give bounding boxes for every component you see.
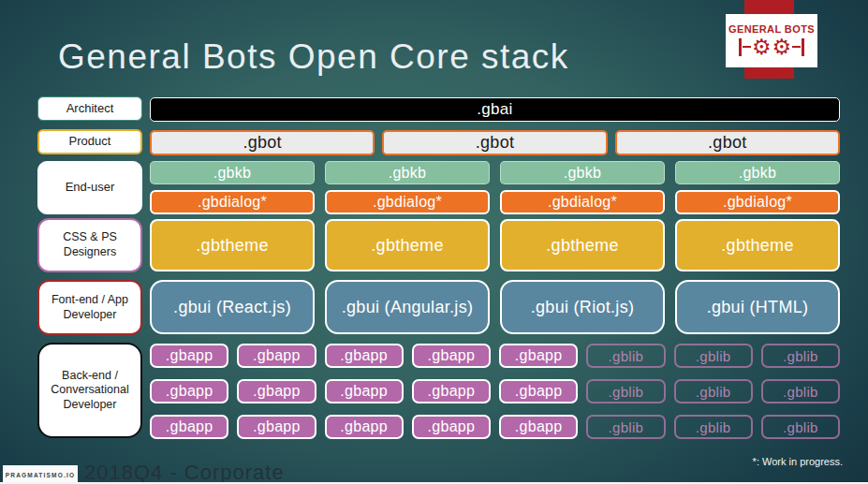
row-gbtheme: .gbtheme .gbtheme .gbtheme .gbtheme [150, 219, 840, 271]
stack-box-gblib: .gblib [761, 415, 840, 439]
stack-box-gblib: .gblib [586, 415, 665, 439]
row-label-architect: Architect [37, 96, 142, 121]
row-gbai: .gbai [150, 97, 840, 122]
stack-box-gbapp: .gbapp [237, 415, 316, 439]
logo-brand-text: GENERAL BOTS [728, 23, 815, 35]
stack-box-gbapp: .gbapp [325, 344, 404, 368]
stack-box-gbkb: .gbkb [325, 161, 490, 184]
stack-box-gbapp: .gbapp [499, 379, 578, 403]
row-gbapp-1: .gbapp .gbapp .gbapp .gbapp .gbapp .gbli… [150, 344, 840, 368]
stack-box-gbtheme: .gbtheme [500, 219, 665, 271]
stack-box-gbot: .gbot [615, 130, 840, 155]
gear-bar-right [802, 38, 804, 56]
stack-box-gbapp: .gbapp [237, 344, 316, 368]
stack-box-gblib: .gblib [761, 379, 840, 403]
row-label-end-user: End-user [37, 161, 142, 214]
row-label-css-ps-designers: CSS & PS Designers [37, 218, 142, 272]
stack-box-gbai: .gbai [150, 97, 840, 122]
row-label-product: Product [37, 129, 142, 154]
stack-box-gbapp: .gbapp [237, 379, 316, 403]
stack-box-gbtheme: .gbtheme [150, 219, 315, 271]
page-title: General Bots Open Core stack [58, 37, 569, 77]
row-gbkb: .gbkb .gbkb .gbkb .gbkb [150, 161, 840, 184]
stack-box-gblib: .gblib [674, 344, 753, 368]
stack-box-gblib: .gblib [586, 379, 665, 403]
stack-box-gbot: .gbot [150, 130, 375, 155]
gear-line-right [792, 46, 801, 49]
gear-bar-left [739, 38, 742, 56]
stack-box-gbapp: .gbapp [325, 415, 404, 439]
general-bots-logo: GENERAL BOTS ⚙ ⚙ [726, 14, 817, 67]
stack-box-gbkb: .gbkb [500, 161, 665, 184]
stack-box-gbapp: .gbapp [412, 415, 491, 439]
row-label-frontend-app-developer: Font-end / App Developer [37, 280, 142, 335]
work-in-progress-note: *: Work in progress. [753, 456, 843, 467]
stack-box-gbdialog: .gbdialog* [150, 190, 315, 214]
stack-box-gbui-riot: .gbui (Riot.js) [500, 280, 665, 334]
row-gbot: .gbot .gbot .gbot [150, 130, 840, 155]
row-gbdialog: .gbdialog* .gbdialog* .gbdialog* .gbdial… [150, 190, 840, 214]
stack-box-gblib: .gblib [674, 415, 753, 439]
gear-icon: ⚙ [752, 37, 772, 58]
stack-box-gbui-html: .gbui (HTML) [675, 280, 840, 334]
stack-box-gbapp: .gbapp [150, 415, 228, 439]
stack-box-gblib: .gblib [586, 344, 665, 368]
stack-box-gbkb: .gbkb [150, 161, 315, 184]
stack-box-gbdialog: .gbdialog* [325, 190, 490, 214]
gear-icon: ⚙ [772, 37, 792, 58]
stack-box-gbapp: .gbapp [412, 344, 491, 368]
pragmatismo-badge: PRAGMATISMO.IO [3, 465, 78, 484]
stack-box-gbapp: .gbapp [499, 415, 578, 439]
slide-background: General Bots Open Core stack GENERAL BOT… [0, 0, 868, 484]
row-gbapp-2: .gbapp .gbapp .gbapp .gbapp .gbapp .gbli… [150, 379, 840, 403]
gears-icon: ⚙ ⚙ [739, 36, 803, 58]
stack-box-gbapp: .gbapp [325, 379, 404, 403]
row-gbui: .gbui (React.js) .gbui (Angular.js) .gbu… [150, 280, 840, 334]
stack-box-gbtheme: .gbtheme [325, 219, 490, 271]
stack-box-gbkb: .gbkb [675, 161, 840, 184]
stack-box-gbapp: .gbapp [150, 344, 228, 368]
stack-box-gbui-angular: .gbui (Angular.js) [325, 280, 490, 334]
stack-box-gblib: .gblib [761, 344, 840, 368]
stack-box-gbapp: .gbapp [412, 379, 491, 403]
stack-box-gblib: .gblib [674, 379, 753, 403]
footer-version-text: 2018Q4 - Corporate [84, 461, 285, 484]
row-gbapp-3: .gbapp .gbapp .gbapp .gbapp .gbapp .gbli… [150, 415, 840, 439]
gear-line-left [743, 46, 751, 49]
stack-box-gbapp: .gbapp [150, 379, 228, 403]
stack-box-gbdialog: .gbdialog* [500, 190, 665, 214]
row-label-backend-conversational-developer: Back-end / Conversational Developer [37, 343, 142, 438]
stack-box-gbdialog: .gbdialog* [675, 190, 840, 214]
stack-box-gbui-react: .gbui (React.js) [150, 280, 315, 334]
stack-box-gbot: .gbot [382, 130, 607, 155]
stack-box-gbapp: .gbapp [499, 344, 578, 368]
stack-box-gbtheme: .gbtheme [675, 219, 840, 271]
